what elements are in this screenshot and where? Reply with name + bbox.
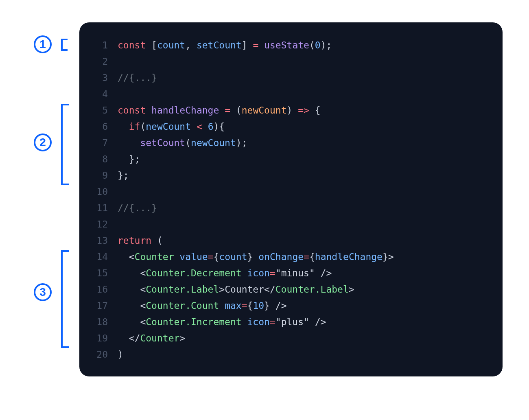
line-number: 20 — [89, 346, 108, 363]
code-content: }; — [118, 151, 140, 167]
annotation-bracket-2 — [61, 104, 69, 185]
code-line: 17 <Counter.Count max={10} /> — [89, 298, 493, 314]
annotation-badge-1: 1 — [34, 35, 52, 53]
line-number: 11 — [89, 200, 108, 216]
annotation-bracket-1 — [61, 39, 68, 51]
code-line: 12 — [89, 216, 493, 232]
code-line: 2 — [89, 53, 493, 70]
code-lines: 1const [count, setCount] = useState(0);2… — [89, 37, 493, 363]
code-line: 16 <Counter.Label>Counter</Counter.Label… — [89, 281, 493, 298]
code-line: 4 — [89, 86, 493, 102]
code-line: 15 <Counter.Decrement icon="minus" /> — [89, 265, 493, 281]
code-content: <Counter.Decrement icon="minus" /> — [118, 265, 332, 281]
line-number: 8 — [89, 151, 108, 167]
code-line: 5const handleChange = (newCount) => { — [89, 102, 493, 118]
code-content: setCount(newCount); — [118, 135, 247, 151]
code-line: 6 if(newCount < 6){ — [89, 118, 493, 135]
code-content: <Counter.Increment icon="plus" /> — [118, 314, 326, 330]
code-line: 9}; — [89, 167, 493, 184]
code-line: 18 <Counter.Increment icon="plus" /> — [89, 314, 493, 330]
annotation-badge-3: 3 — [34, 283, 52, 301]
code-editor-card: 1const [count, setCount] = useState(0);2… — [79, 22, 503, 376]
diagram-stage: 1 2 3 1const [count, setCount] = useStat… — [0, 0, 529, 420]
code-line: 11//{...} — [89, 200, 493, 216]
code-content: ) — [118, 346, 123, 363]
code-content: <Counter.Label>Counter</Counter.Label> — [118, 281, 354, 298]
code-content: const handleChange = (newCount) => { — [118, 102, 321, 118]
code-line: 19 </Counter> — [89, 330, 493, 346]
line-number: 2 — [89, 53, 108, 70]
line-number: 19 — [89, 330, 108, 346]
code-content: }; — [118, 167, 129, 184]
line-number: 12 — [89, 216, 108, 232]
code-line: 8 }; — [89, 151, 493, 167]
annotation-bracket-3 — [61, 250, 69, 348]
code-line: 20) — [89, 346, 493, 363]
code-content: <Counter.Count max={10} /> — [118, 298, 287, 314]
code-line: 14 <Counter value={count} onChange={hand… — [89, 249, 493, 265]
line-number: 4 — [89, 86, 108, 102]
line-number: 17 — [89, 298, 108, 314]
line-number: 5 — [89, 102, 108, 118]
line-number: 3 — [89, 70, 108, 86]
code-line: 3//{...} — [89, 70, 493, 86]
annotation-badge-2: 2 — [34, 133, 52, 151]
code-content: return ( — [118, 232, 163, 249]
code-line: 1const [count, setCount] = useState(0); — [89, 37, 493, 53]
code-content: <Counter value={count} onChange={handleC… — [118, 249, 394, 265]
line-number: 6 — [89, 118, 108, 135]
line-number: 15 — [89, 265, 108, 281]
line-number: 7 — [89, 135, 108, 151]
line-number: 18 — [89, 314, 108, 330]
line-number: 10 — [89, 184, 108, 200]
line-number: 16 — [89, 281, 108, 298]
code-line: 13return ( — [89, 232, 493, 249]
line-number: 9 — [89, 167, 108, 184]
code-line: 10 — [89, 184, 493, 200]
line-number: 14 — [89, 249, 108, 265]
code-line: 7 setCount(newCount); — [89, 135, 493, 151]
line-number: 13 — [89, 232, 108, 249]
code-content: if(newCount < 6){ — [118, 118, 225, 135]
code-content: </Counter> — [118, 330, 185, 346]
code-content: //{...} — [118, 200, 157, 216]
line-number: 1 — [89, 37, 108, 53]
code-content: const [count, setCount] = useState(0); — [118, 37, 332, 53]
code-content: //{...} — [118, 70, 157, 86]
